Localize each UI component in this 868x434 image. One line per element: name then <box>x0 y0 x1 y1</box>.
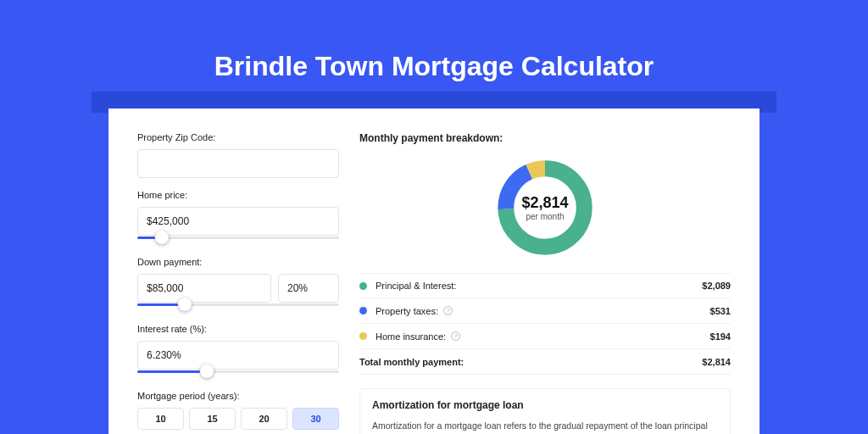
zip-input[interactable] <box>137 149 339 178</box>
swatch-icon <box>359 332 367 340</box>
interest-rate-input[interactable] <box>137 341 339 370</box>
breakdown-column: Monthly payment breakdown: $2,814 per mo… <box>359 132 731 434</box>
total-label: Total monthly payment: <box>359 357 702 367</box>
swatch-icon <box>359 282 367 290</box>
home-price-label: Home price: <box>137 190 339 200</box>
period-option-15[interactable]: 15 <box>189 408 236 430</box>
donut-center-sub: per month <box>526 212 564 221</box>
donut-center-value: $2,814 <box>521 194 568 212</box>
legend-row-insurance: Home insurance: ? $194 <box>359 324 731 349</box>
legend-row-taxes: Property taxes: ? $531 <box>359 298 731 324</box>
amortization-box: Amortization for mortgage loan Amortizat… <box>359 388 731 434</box>
legend-label: Home insurance: ? <box>376 331 710 342</box>
legend-value: $531 <box>710 306 731 316</box>
period-option-10[interactable]: 10 <box>137 408 184 430</box>
period-field: Mortgage period (years): 10 15 20 30 <box>137 391 339 430</box>
inputs-column: Property Zip Code: Home price: Down paym… <box>137 132 339 434</box>
info-icon[interactable]: ? <box>451 331 460 341</box>
calculator-card: Property Zip Code: Home price: Down paym… <box>108 108 760 434</box>
page-title: Brindle Town Mortgage Calculator <box>0 0 868 82</box>
legend-row-total: Total monthly payment: $2,814 <box>359 349 731 375</box>
legend: Principal & Interest: $2,089 Property ta… <box>359 273 731 375</box>
legend-row-principal: Principal & Interest: $2,089 <box>359 273 731 298</box>
info-icon[interactable]: ? <box>443 306 453 315</box>
zip-label: Property Zip Code: <box>137 132 339 142</box>
total-value: $2,814 <box>702 357 731 367</box>
breakdown-title: Monthly payment breakdown: <box>359 132 731 144</box>
period-label: Mortgage period (years): <box>137 391 339 401</box>
down-payment-field: Down payment: <box>137 257 339 312</box>
amortization-title: Amortization for mortgage loan <box>372 399 718 411</box>
amortization-text: Amortization for a mortgage loan refers … <box>372 420 718 434</box>
donut-chart: $2,814 per month <box>359 156 731 259</box>
legend-value: $2,089 <box>702 281 731 291</box>
down-payment-input[interactable] <box>137 274 271 303</box>
zip-field: Property Zip Code: <box>137 132 339 178</box>
interest-rate-slider[interactable] <box>137 367 339 379</box>
swatch-icon <box>359 307 367 314</box>
legend-value: $194 <box>710 331 731 342</box>
down-payment-label: Down payment: <box>137 257 339 267</box>
period-options: 10 15 20 30 <box>137 408 339 430</box>
down-payment-pct-input[interactable] <box>278 274 339 303</box>
period-option-20[interactable]: 20 <box>241 408 287 430</box>
home-price-slider[interactable] <box>137 233 339 245</box>
home-price-input[interactable] <box>137 207 339 236</box>
interest-rate-field: Interest rate (%): <box>137 324 339 379</box>
home-price-field: Home price: <box>137 190 339 245</box>
down-payment-slider[interactable] <box>137 300 339 312</box>
legend-label: Property taxes: ? <box>376 306 710 316</box>
legend-label: Principal & Interest: <box>376 281 702 291</box>
period-option-30[interactable]: 30 <box>292 408 339 430</box>
interest-rate-label: Interest rate (%): <box>137 324 339 334</box>
